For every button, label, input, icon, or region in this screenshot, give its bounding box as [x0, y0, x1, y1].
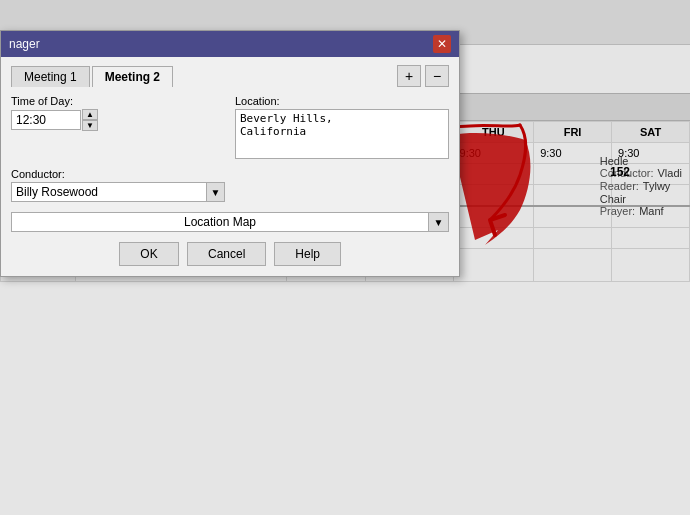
- location-map-select-wrap: Location Map ▼: [11, 212, 449, 232]
- location-label: Location:: [235, 95, 449, 107]
- location-map-dropdown-button[interactable]: ▼: [429, 212, 449, 232]
- tabs-row: Meeting 1 Meeting 2 + −: [11, 65, 449, 87]
- tab-meeting2[interactable]: Meeting 2: [92, 66, 173, 87]
- tab-controls: + −: [397, 65, 449, 87]
- form-spacer: [235, 168, 449, 202]
- conductor-select[interactable]: Billy Rosewood: [11, 182, 207, 202]
- conductor-label: Conductor:: [11, 168, 225, 180]
- time-input-wrap: ▲ ▼: [11, 109, 225, 131]
- location-textarea[interactable]: Beverly Hills, California: [235, 109, 449, 159]
- conductor-dropdown-button[interactable]: ▼: [207, 182, 225, 202]
- add-tab-button[interactable]: +: [397, 65, 421, 87]
- dialog-buttons: OK Cancel Help: [11, 242, 449, 266]
- conductor-group: Conductor: Billy Rosewood ▼: [11, 168, 225, 202]
- cancel-button[interactable]: Cancel: [187, 242, 266, 266]
- tab-meeting1[interactable]: Meeting 1: [11, 66, 90, 87]
- conductor-select-wrap: Billy Rosewood ▼: [11, 182, 225, 202]
- time-of-day-label: Time of Day:: [11, 95, 225, 107]
- dialog-titlebar: nager ✕: [1, 31, 459, 57]
- ok-button[interactable]: OK: [119, 242, 179, 266]
- spin-down-button[interactable]: ▼: [82, 120, 98, 131]
- form-grid: Time of Day: ▲ ▼ Location: Beverly Hills…: [11, 95, 449, 202]
- location-map-row: Location Map ▼: [11, 212, 449, 232]
- meeting-dialog: nager ✕ Meeting 1 Meeting 2 + − Time of …: [0, 30, 460, 277]
- location-map-select[interactable]: Location Map: [11, 212, 429, 232]
- spin-up-button[interactable]: ▲: [82, 109, 98, 120]
- dialog-close-button[interactable]: ✕: [433, 35, 451, 53]
- spin-buttons: ▲ ▼: [82, 109, 98, 131]
- dialog-title: nager: [9, 37, 40, 51]
- remove-tab-button[interactable]: −: [425, 65, 449, 87]
- help-button[interactable]: Help: [274, 242, 341, 266]
- dialog-body: Meeting 1 Meeting 2 + − Time of Day: ▲ ▼: [1, 57, 459, 276]
- time-of-day-group: Time of Day: ▲ ▼: [11, 95, 225, 162]
- location-group: Location: Beverly Hills, California: [235, 95, 449, 162]
- time-input[interactable]: [11, 110, 81, 130]
